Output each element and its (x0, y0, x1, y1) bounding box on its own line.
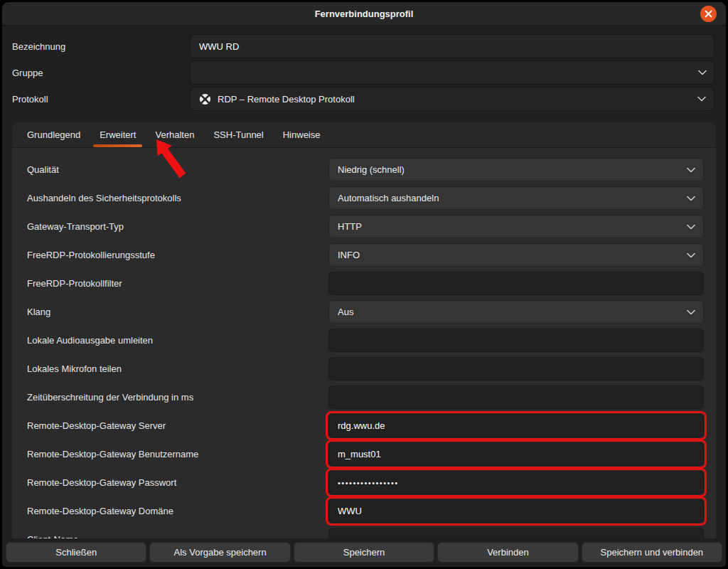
field-label: Remote-Desktop-Gateway Benutzername (12, 449, 328, 459)
remote-connection-profile-dialog: Fernverbindungsprofil Bezeichnung Gruppe (2, 2, 726, 567)
freerdp-protokollfilter-input[interactable] (328, 272, 704, 295)
protocol-row: Protokoll RDP – Remote Desktop Protokoll (12, 87, 714, 111)
tab-erweitert[interactable]: Erweitert (93, 122, 142, 147)
field-label: Aushandeln des Sicherheitsprotokolls (12, 193, 328, 203)
remote-desktop-gateway-dom-ne-input[interactable] (328, 499, 704, 523)
name-row: Bezeichnung (12, 34, 714, 58)
speichern-button[interactable]: Speichern (294, 542, 434, 563)
remote-desktop-gateway-server-input[interactable] (328, 414, 704, 437)
tab-label: Grundlegend (27, 129, 80, 140)
field-label: FreeRDP-Protokollierungsstufe (12, 250, 328, 260)
chevron-down-icon[interactable] (698, 70, 707, 75)
tab-grundlegend[interactable]: Grundlegend (21, 122, 87, 147)
tab-label: Erweitert (100, 129, 136, 140)
als-vorgabe-speichern-button[interactable]: Als Vorgabe speichern (149, 542, 290, 563)
tab-ssh-tunnel[interactable]: SSH-Tunnel (207, 122, 269, 147)
group-combobox-input[interactable] (190, 60, 714, 85)
name-label: Bezeichnung (12, 41, 190, 52)
group-label: Gruppe (12, 68, 190, 78)
lokale-audioausgabe-umleiten-input[interactable] (328, 329, 704, 352)
chevron-down-icon (697, 96, 706, 102)
field-label: Gateway-Transport-Typ (12, 221, 328, 232)
name-input[interactable] (190, 34, 714, 58)
titlebar: Fernverbindungsprofil (2, 2, 726, 26)
form-row: Klang Aus (12, 300, 704, 324)
protocol-select[interactable]: RDP – Remote Desktop Protokoll (190, 87, 714, 111)
remote-desktop-gateway-benutzername-input[interactable] (328, 442, 704, 466)
protocol-label: Protokoll (12, 94, 190, 105)
chevron-down-icon (687, 252, 695, 258)
form-row: Lokale Audioausgabe umleiten (12, 329, 704, 352)
form-row: Zeitüberschreitung der Verbindung in ms (12, 385, 704, 409)
chevron-down-icon (687, 196, 695, 201)
tab-hinweise[interactable]: Hinweise (277, 122, 327, 147)
profile-header-form: Bezeichnung Gruppe Protokoll (2, 26, 726, 111)
tab-content-erweitert: Qualität Niedrig (schnell) Aushandeln de… (12, 148, 716, 538)
chevron-down-icon (687, 309, 695, 315)
field-label: Remote-Desktop-Gateway Server (12, 420, 328, 431)
form-row: Client-Name (12, 528, 704, 538)
form-row: Lokales Mikrofon teilen (12, 357, 704, 381)
form-row: Gateway-Transport-Typ HTTP (12, 215, 704, 238)
zeit-berschreitung-der-verbindung-in-ms-input[interactable] (328, 385, 704, 409)
select-value: Niedrig (schnell) (338, 164, 405, 175)
form-row: Aushandeln des Sicherheitsprotokolls Aut… (12, 186, 704, 210)
speichern-und-verbinden-button[interactable]: Speichern und verbinden (582, 542, 722, 563)
form-row: Remote-Desktop-Gateway Passwort (12, 471, 704, 494)
field-label: Lokales Mikrofon teilen (12, 363, 328, 374)
field-label: Qualität (12, 164, 328, 175)
tab-label: Hinweise (283, 129, 321, 140)
form-row: FreeRDP-Protokollierungsstufe INFO (12, 243, 704, 267)
select-value: INFO (338, 250, 360, 260)
select-value: Aus (338, 307, 353, 317)
lokales-mikrofon-teilen-input[interactable] (328, 357, 704, 381)
action-bar: SchließenAls Vorgabe speichernSpeichernV… (2, 538, 726, 567)
verbinden-button[interactable]: Verbinden (437, 542, 578, 563)
close-button[interactable] (700, 6, 717, 22)
form-row: Remote-Desktop-Gateway Domäne (12, 499, 704, 523)
freerdp-protokollierungsstufe-select[interactable]: INFO (328, 243, 704, 267)
field-label: Zeitüberschreitung der Verbindung in ms (12, 392, 328, 403)
window-title: Fernverbindungsprofil (315, 9, 414, 19)
gateway-transport-typ-select[interactable]: HTTP (328, 215, 704, 238)
tab-bar: GrundlegendErweitertVerhaltenSSH-TunnelH… (12, 122, 716, 148)
client-name-input[interactable] (328, 528, 704, 538)
form-row: Remote-Desktop-Gateway Server (12, 414, 704, 437)
rdp-protocol-icon (199, 93, 211, 105)
settings-notebook: GrundlegendErweitertVerhaltenSSH-TunnelH… (12, 122, 716, 538)
select-value: HTTP (338, 221, 362, 232)
chevron-down-icon (687, 167, 695, 173)
field-label: Lokale Audioausgabe umleiten (12, 335, 328, 346)
form-row: Remote-Desktop-Gateway Benutzername (12, 442, 704, 466)
field-label: Klang (12, 307, 328, 317)
field-label: FreeRDP-Protokollfilter (12, 278, 328, 289)
tab-verhalten[interactable]: Verhalten (149, 122, 200, 147)
tab-label: Verhalten (155, 129, 194, 140)
select-value: Automatisch aushandeln (338, 193, 439, 203)
form-row: FreeRDP-Protokollfilter (12, 272, 704, 295)
schlie-en-button[interactable]: Schließen (6, 542, 146, 563)
close-icon (705, 10, 712, 18)
tab-label: SSH-Tunnel (213, 129, 263, 140)
klang-select[interactable]: Aus (328, 300, 704, 324)
protocol-select-value: RDP – Remote Desktop Protokoll (218, 94, 355, 105)
field-label: Remote-Desktop-Gateway Domäne (12, 506, 328, 516)
chevron-down-icon (687, 224, 695, 230)
aushandeln-des-sicherheitsprotokolls-select[interactable]: Automatisch aushandeln (328, 186, 704, 210)
field-label: Remote-Desktop-Gateway Passwort (12, 477, 328, 488)
group-row: Gruppe (12, 60, 714, 85)
remote-desktop-gateway-passwort-input[interactable] (328, 471, 704, 494)
form-row: Qualität Niedrig (schnell) (12, 158, 704, 181)
qualit-t-select[interactable]: Niedrig (schnell) (328, 158, 704, 181)
